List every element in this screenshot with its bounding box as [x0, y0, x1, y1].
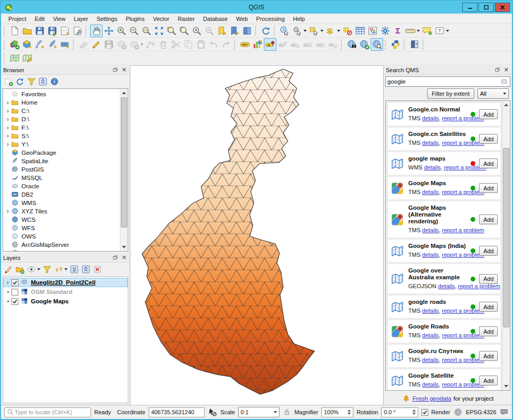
toolbar-button-diagram-icon[interactable]	[251, 38, 264, 51]
toolbar-handle[interactable]	[422, 40, 425, 49]
chevron-down-icon[interactable]	[304, 30, 307, 32]
browser-tool-refresh-icon[interactable]	[14, 76, 26, 87]
layer-item-osm-standard[interactable]: OSM Standard	[3, 287, 128, 297]
toolbar-button-zoomSel-icon[interactable]	[165, 25, 178, 37]
browser-item-arcgisfeatureserver[interactable]: ArcGisFeatureServer	[3, 249, 128, 252]
add-service-button[interactable]: Add	[479, 274, 498, 284]
details-link[interactable]: details	[422, 381, 439, 388]
toolbar-button-zoomFull-icon[interactable]	[153, 25, 165, 37]
add-service-button[interactable]: Add	[479, 134, 498, 144]
browser-item-wcs[interactable]: WCS	[3, 215, 128, 224]
browser-item-arcgismapserver[interactable]: ArcGisMapServer	[3, 241, 128, 249]
toolbar-button-refresh-icon[interactable]	[260, 25, 272, 37]
browser-item-wfs[interactable]: WFS	[3, 224, 128, 232]
add-service-button[interactable]: Add	[479, 246, 498, 256]
close-panel-icon[interactable]	[120, 254, 128, 262]
add-service-button[interactable]: Add	[479, 183, 498, 193]
toolbar-button-zoomOut-icon[interactable]	[128, 25, 140, 37]
toolbar-button-selectLayers-icon[interactable]	[325, 25, 341, 37]
toolbar-button-deselect-icon[interactable]	[341, 25, 354, 37]
menu-item-view[interactable]: View	[49, 15, 70, 23]
toolbar-button-floppy-icon[interactable]	[34, 25, 46, 37]
report-problem-link[interactable]: report a problem	[442, 115, 484, 121]
browser-item-ows[interactable]: OWS	[3, 232, 128, 241]
toolbar-button-zoomLayer-icon[interactable]	[178, 25, 191, 37]
report-problem-link[interactable]: report a problem	[442, 227, 484, 233]
lock-scale-icon[interactable]	[283, 408, 291, 416]
menu-item-raster[interactable]: Raster	[173, 15, 198, 23]
coordinate-input[interactable]: 406735,5631240	[149, 407, 205, 417]
menu-item-vector[interactable]: Vector	[149, 15, 173, 23]
report-problem-link[interactable]: report a problem	[458, 283, 500, 289]
expander-icon[interactable]	[5, 290, 12, 294]
report-problem-link[interactable]: report a problem	[442, 140, 484, 146]
browser-item-wms[interactable]: WMS	[3, 199, 128, 207]
close-button[interactable]	[495, 3, 510, 12]
toolbar-button-page-icon[interactable]	[8, 25, 21, 37]
browser-tool-funnel-icon[interactable]	[26, 76, 37, 87]
toolbar-button-zoomLast-icon[interactable]	[191, 25, 203, 37]
expander-icon[interactable]	[5, 299, 12, 304]
add-service-button[interactable]: Add	[479, 158, 498, 168]
details-link[interactable]: details	[422, 227, 439, 233]
locator-input[interactable]	[15, 409, 89, 415]
menu-item-help[interactable]: Help	[289, 15, 309, 23]
toolbar-button-abcTag-icon[interactable]: abc	[239, 38, 251, 51]
toolbar-button-selectRect-icon[interactable]	[308, 25, 325, 37]
toolbar-button-book-icon[interactable]	[241, 25, 253, 37]
toolbar-button-layoutMgr-icon[interactable]	[71, 25, 84, 37]
menu-item-settings[interactable]: Settings	[92, 15, 121, 23]
qms-search-field[interactable]	[385, 76, 510, 87]
layers-tool-expandAll-icon[interactable]	[69, 264, 80, 275]
chevron-down-icon[interactable]	[337, 30, 340, 32]
add-service-button[interactable]: Add	[479, 302, 498, 312]
browser-item-c-[interactable]: C:\	[3, 107, 128, 115]
toolbar-handle[interactable]	[274, 26, 276, 36]
toolbar-button-table-icon[interactable]	[354, 25, 366, 37]
mouse-position-icon[interactable]	[208, 407, 217, 417]
layers-tool-addGroup-icon[interactable]	[14, 264, 26, 275]
toolbar-button-python-icon[interactable]	[389, 38, 402, 51]
map-canvas[interactable]	[130, 65, 383, 405]
minimize-button[interactable]	[462, 3, 477, 12]
qms-scrollbar[interactable]	[502, 101, 510, 390]
add-service-button[interactable]: Add	[479, 326, 498, 336]
browser-item-geopackage[interactable]: GeoPackage	[3, 149, 128, 157]
toolbar-handle[interactable]	[234, 40, 237, 49]
close-panel-icon[interactable]	[503, 66, 510, 74]
report-problem-link[interactable]: report a problem	[442, 381, 484, 388]
toolbar-button-dsCube-icon[interactable]	[21, 38, 34, 51]
toolbar-button-textT-icon[interactable]: T	[433, 25, 450, 37]
toolbar-button-mapPencil-icon[interactable]	[21, 52, 34, 64]
browser-item-db2[interactable]: DB2DB2	[3, 190, 128, 199]
layers-tool-collapseAll2-icon[interactable]	[80, 264, 92, 275]
scale-combobox[interactable]: 0:1	[238, 407, 280, 417]
browser-item-postgis[interactable]: PostGIS	[3, 165, 128, 174]
layers-tool-funnel-icon[interactable]	[41, 264, 53, 275]
expander-icon[interactable]	[5, 109, 11, 113]
expander-icon[interactable]	[5, 280, 12, 285]
details-link[interactable]: details	[422, 308, 439, 314]
layer-visibility-checkbox[interactable]	[12, 298, 18, 305]
details-link[interactable]: details	[438, 283, 455, 289]
toolbar-button-folder-icon[interactable]	[21, 25, 34, 37]
details-link[interactable]: details	[422, 357, 439, 363]
add-service-button[interactable]: Add	[479, 214, 498, 224]
float-panel-icon[interactable]	[494, 66, 501, 74]
layers-tool-removeLayer-icon[interactable]	[92, 264, 103, 275]
chevron-down-icon[interactable]	[320, 30, 324, 32]
layers-tool-eye-icon[interactable]	[26, 264, 41, 275]
toolbar-button-pencilY-icon[interactable]	[90, 38, 103, 51]
expander-icon[interactable]	[5, 142, 11, 147]
toolbar-button-sigma-icon[interactable]: Σ	[392, 25, 404, 37]
expander-icon[interactable]	[5, 100, 11, 105]
menu-item-web[interactable]: Web	[232, 15, 252, 23]
toolbar-handle[interactable]	[73, 40, 75, 49]
locator-field[interactable]	[4, 407, 91, 417]
toolbar-button-bookmarkNew-icon[interactable]	[216, 25, 228, 37]
toolbar-button-bookmarkShow-icon[interactable]	[228, 25, 241, 37]
browser-item-xyz-tiles[interactable]: XYZ Tiles	[3, 207, 128, 215]
browser-item-favorites[interactable]: Favorites	[3, 90, 128, 98]
add-service-button[interactable]: Add	[479, 376, 498, 385]
browser-tool-info-icon[interactable]: i	[49, 76, 60, 87]
